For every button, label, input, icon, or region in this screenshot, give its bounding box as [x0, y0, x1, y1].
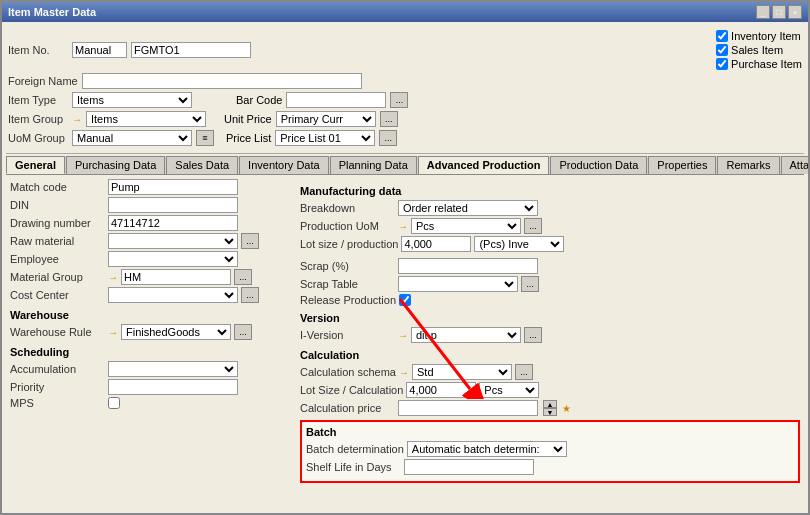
scrap-table-btn[interactable]: ...	[521, 276, 539, 292]
production-uom-btn[interactable]: ...	[524, 218, 542, 234]
drawing-number-row: Drawing number	[10, 215, 290, 231]
calc-price-btn2[interactable]: ▼	[543, 408, 557, 416]
employee-label: Employee	[10, 253, 105, 265]
item-no-type-field[interactable]	[72, 42, 127, 58]
accumulation-select[interactable]	[108, 361, 238, 377]
bar-code-btn[interactable]: ...	[390, 92, 408, 108]
item-no-row: Item No. Inventory Item Sales Item Purch…	[8, 30, 802, 70]
shelf-life-label: Shelf Life in Days	[306, 461, 401, 473]
scrap-table-select[interactable]	[398, 276, 518, 292]
cost-center-select[interactable]	[108, 287, 238, 303]
warehouse-section-header: Warehouse	[10, 309, 290, 321]
lot-size-field[interactable]	[401, 236, 471, 252]
tab-attachments[interactable]: Attachments	[781, 156, 809, 174]
mps-checkbox[interactable]	[108, 397, 120, 409]
i-version-btn[interactable]: ...	[524, 327, 542, 343]
tab-inventory-data[interactable]: Inventory Data	[239, 156, 329, 174]
material-group-btn[interactable]: ...	[234, 269, 252, 285]
calc-schema-arrow-icon: →	[399, 367, 409, 378]
lot-size-calc-label: Lot Size / Calculation	[300, 384, 403, 396]
calc-schema-label: Calculation schema	[300, 366, 396, 378]
tab-sales-data[interactable]: Sales Data	[166, 156, 238, 174]
batch-section: Batch Batch determination Automatic batc…	[300, 420, 800, 483]
release-production-row: Release Production	[300, 294, 800, 306]
lot-size-unit-select[interactable]: (Pcs) Inve	[474, 236, 564, 252]
item-group-select[interactable]: Items	[86, 111, 206, 127]
inventory-item-label: Inventory Item	[731, 30, 801, 42]
foreign-name-label: Foreign Name	[8, 75, 78, 87]
unit-price-label: Unit Price	[224, 113, 272, 125]
close-button[interactable]: ×	[788, 5, 802, 19]
scrap-label: Scrap (%)	[300, 260, 395, 272]
match-code-field[interactable]	[108, 179, 238, 195]
lot-size-calc-unit-select[interactable]: Pcs	[479, 382, 539, 398]
maximize-button[interactable]: □	[772, 5, 786, 19]
sales-item-checkbox-row: Sales Item	[716, 44, 802, 56]
cost-center-row: Cost Center ...	[10, 287, 290, 303]
raw-material-select[interactable]	[108, 233, 238, 249]
item-type-label: Item Type	[8, 94, 68, 106]
version-section-header: Version	[300, 312, 800, 324]
i-version-select[interactable]: dit p	[411, 327, 521, 343]
breakdown-label: Breakdown	[300, 202, 395, 214]
warehouse-rule-btn[interactable]: ...	[234, 324, 252, 340]
uom-group-btn[interactable]: ≡	[196, 130, 214, 146]
material-group-field[interactable]	[121, 269, 231, 285]
production-uom-row: Production UoM → Pcs ...	[300, 218, 800, 234]
employee-select[interactable]	[108, 251, 238, 267]
calc-price-btn1[interactable]: ▲	[543, 400, 557, 408]
lot-size-calc-field[interactable]	[406, 382, 476, 398]
breakdown-select[interactable]: Order related	[398, 200, 538, 216]
item-type-row: Item Type Items Bar Code ...	[8, 92, 802, 108]
calc-schema-select[interactable]: Std	[412, 364, 512, 380]
unit-price-select[interactable]: Primary Curr	[276, 111, 376, 127]
unit-price-btn[interactable]: ...	[380, 111, 398, 127]
main-content: Match code DIN Drawing number Raw materi…	[6, 175, 804, 509]
price-list-label: Price List	[226, 132, 271, 144]
scrap-field[interactable]	[398, 258, 538, 274]
calc-price-row: Calculation price ▲ ▼ ★	[300, 400, 800, 416]
batch-section-header: Batch	[306, 426, 794, 438]
din-field[interactable]	[108, 197, 238, 213]
match-code-label: Match code	[10, 181, 105, 193]
tab-production-data[interactable]: Production Data	[550, 156, 647, 174]
release-production-checkbox[interactable]	[399, 294, 411, 306]
calc-price-star-icon: ★	[562, 403, 571, 414]
tab-remarks[interactable]: Remarks	[717, 156, 779, 174]
din-label: DIN	[10, 199, 105, 211]
tab-purchasing-data[interactable]: Purchasing Data	[66, 156, 165, 174]
inventory-item-checkbox[interactable]	[716, 30, 728, 42]
tab-advanced-production[interactable]: Advanced Production	[418, 156, 550, 174]
tab-properties[interactable]: Properties	[648, 156, 716, 174]
warehouse-rule-select[interactable]: FinishedGoods	[121, 324, 231, 340]
purchase-item-label: Purchase Item	[731, 58, 802, 70]
minimize-button[interactable]: _	[756, 5, 770, 19]
uom-group-select[interactable]: Manual	[72, 130, 192, 146]
purchase-item-checkbox[interactable]	[716, 58, 728, 70]
item-no-value-field[interactable]	[131, 42, 251, 58]
drawing-number-field[interactable]	[108, 215, 238, 231]
tab-planning-data[interactable]: Planning Data	[330, 156, 417, 174]
tab-general[interactable]: General	[6, 156, 65, 174]
window-title: Item Master Data	[8, 6, 96, 18]
cost-center-btn[interactable]: ...	[241, 287, 259, 303]
raw-material-btn[interactable]: ...	[241, 233, 259, 249]
din-row: DIN	[10, 197, 290, 213]
priority-row: Priority	[10, 379, 290, 395]
priority-field[interactable]	[108, 379, 238, 395]
bar-code-field[interactable]	[286, 92, 386, 108]
batch-determination-select[interactable]: Automatic batch determin:	[407, 441, 567, 457]
price-list-select[interactable]: Price List 01	[275, 130, 375, 146]
calc-price-field[interactable]	[398, 400, 538, 416]
uom-group-label: UoM Group	[8, 132, 68, 144]
lot-size-calc-row: Lot Size / Calculation Pcs	[300, 382, 800, 398]
shelf-life-field[interactable]	[404, 459, 534, 475]
calculation-section-header: Calculation	[300, 349, 800, 361]
foreign-name-field[interactable]	[82, 73, 362, 89]
price-list-btn[interactable]: ...	[379, 130, 397, 146]
sales-item-checkbox[interactable]	[716, 44, 728, 56]
material-group-row: Material Group → ...	[10, 269, 290, 285]
calc-schema-btn[interactable]: ...	[515, 364, 533, 380]
production-uom-select[interactable]: Pcs	[411, 218, 521, 234]
item-type-select[interactable]: Items	[72, 92, 192, 108]
